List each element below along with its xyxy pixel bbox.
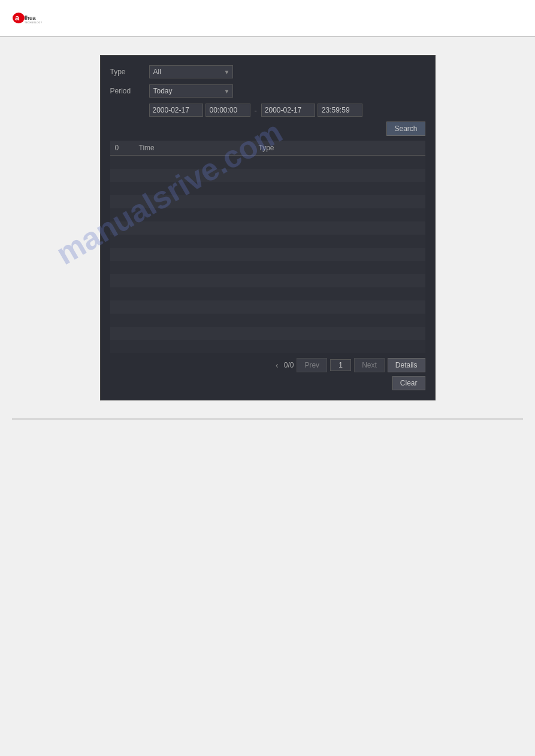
type-select[interactable]: All Motion Alarm Video Loss [149,65,233,78]
prev-button[interactable]: Prev [297,358,327,372]
period-row: Period Today Yesterday This Week Custom … [110,84,425,98]
end-time-input[interactable] [318,104,362,117]
clear-button[interactable]: Clear [392,376,425,390]
table-row [110,274,425,287]
svg-text:a: a [15,13,20,22]
logo-svg: a lhua TECHNOLOGY [12,6,48,30]
svg-text:lhua: lhua [25,15,36,21]
col-type: Type [254,141,425,156]
table-row [110,340,425,353]
prev-page-icon[interactable]: ‹ [273,360,281,370]
type-label: Type [110,68,149,76]
next-button[interactable]: Next [354,358,385,372]
page-content: manualsrive.com Type All Motion Alarm Vi… [0,37,535,418]
table-row [110,208,425,221]
results-table: 0 Time Type [110,141,425,353]
end-date-input[interactable] [261,104,315,117]
pagination-row: ‹ 0/0 Prev Next Details [110,358,425,372]
table-header-row: 0 Time Type [110,141,425,156]
table-row [110,287,425,300]
page-count: 0/0 [284,361,294,369]
datetime-row: - [149,104,425,117]
type-select-wrap[interactable]: All Motion Alarm Video Loss ▼ [149,65,233,78]
search-row: Search [110,122,425,136]
table-row [110,169,425,182]
datetime-separator: - [253,106,259,115]
table-row [110,195,425,208]
start-time-input[interactable] [205,104,250,117]
period-select-wrap[interactable]: Today Yesterday This Week Custom ▼ [149,84,233,98]
table-row [110,248,425,261]
table-row [110,261,425,274]
col-time: Time [134,141,254,156]
page-header: a lhua TECHNOLOGY [0,0,535,37]
footer-divider [12,418,523,420]
bottom-buttons: Clear [110,376,425,390]
start-date-input[interactable] [149,104,203,117]
details-button[interactable]: Details [388,358,425,372]
period-select[interactable]: Today Yesterday This Week Custom [149,84,233,98]
table-row [110,235,425,248]
svg-text:TECHNOLOGY: TECHNOLOGY [25,22,43,24]
search-button[interactable]: Search [386,122,425,136]
period-label: Period [110,87,149,95]
page-number-input[interactable] [330,359,351,371]
table-row [110,221,425,235]
table-row [110,182,425,195]
type-row: Type All Motion Alarm Video Loss ▼ [110,65,425,78]
panel-wrapper: manualsrive.com Type All Motion Alarm Vi… [12,55,523,400]
table-row [110,327,425,340]
main-panel: Type All Motion Alarm Video Loss ▼ Perio… [100,55,436,400]
table-row [110,300,425,314]
logo: a lhua TECHNOLOGY [12,6,48,30]
table-row [110,156,425,169]
table-row [110,314,425,327]
col-number: 0 [110,141,134,156]
